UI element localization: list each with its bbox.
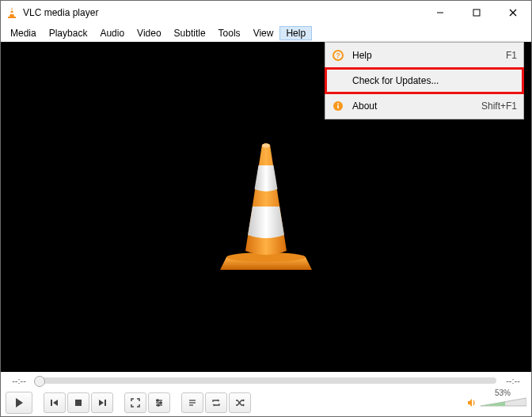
svg-rect-1 (11, 9, 13, 11)
control-bar: 53% (1, 389, 531, 416)
time-elapsed[interactable]: --:-- (7, 376, 31, 385)
menu-playback[interactable]: Playback (43, 26, 94, 40)
svg-rect-16 (104, 400, 106, 406)
next-button[interactable] (91, 392, 113, 413)
menu-video[interactable]: Video (131, 26, 167, 40)
minimize-button[interactable] (422, 1, 458, 25)
svg-rect-2 (10, 13, 14, 14)
speaker-icon[interactable] (466, 397, 477, 408)
svg-point-20 (157, 400, 158, 401)
view-group (124, 392, 170, 413)
extended-settings-button[interactable] (148, 392, 170, 413)
stop-button[interactable] (67, 392, 89, 413)
vlc-logo-icon (6, 6, 18, 19)
svg-rect-10 (337, 105, 339, 108)
seek-slider[interactable] (36, 377, 496, 384)
window-title: VLC media player (23, 7, 422, 18)
help-menu-item-about[interactable]: About Shift+F1 (325, 93, 523, 119)
svg-point-21 (160, 402, 162, 404)
seek-row: --:-- --:-- (1, 372, 531, 389)
playlist-button[interactable] (181, 392, 203, 413)
svg-rect-0 (8, 17, 16, 18)
menu-view[interactable]: View (247, 26, 280, 40)
menu-media[interactable]: Media (4, 26, 43, 40)
time-total[interactable]: --:-- (501, 376, 525, 385)
maximize-button[interactable] (458, 1, 495, 25)
menu-bar: Media Playback Audio Video Subtitle Tool… (1, 25, 531, 42)
help-menu-label: Help (352, 50, 506, 61)
svg-rect-15 (75, 400, 82, 406)
vlc-cone-icon (218, 140, 314, 275)
menu-subtitle[interactable]: Subtitle (168, 26, 212, 40)
help-circle-icon: ? (332, 49, 344, 62)
close-button[interactable] (495, 1, 531, 25)
svg-rect-11 (337, 104, 339, 105)
svg-rect-14 (51, 400, 52, 406)
help-menu-label: Check for Updates... (352, 75, 517, 86)
volume-slider[interactable] (481, 396, 526, 409)
blank-icon (332, 74, 344, 87)
app-window: VLC media player Media Playback Audio Vi… (0, 0, 532, 417)
info-circle-icon (332, 100, 344, 112)
help-menu-dropdown: ? Help F1 Check for Updates... About Shi… (325, 42, 524, 119)
skip-group (44, 392, 113, 413)
menu-audio[interactable]: Audio (93, 26, 131, 40)
previous-button[interactable] (44, 392, 66, 413)
title-bar: VLC media player (1, 1, 531, 25)
fullscreen-button[interactable] (124, 392, 146, 413)
play-button[interactable] (6, 392, 32, 414)
help-menu-label: About (352, 100, 481, 112)
loop-button[interactable] (205, 392, 227, 413)
help-menu-item-check-updates[interactable]: Check for Updates... (325, 68, 523, 93)
help-menu-shortcut: F1 (506, 50, 517, 61)
svg-text:?: ? (336, 51, 340, 59)
menu-tools[interactable]: Tools (212, 26, 247, 40)
shuffle-button[interactable] (229, 392, 251, 413)
volume-control: 53% (466, 396, 526, 409)
svg-rect-4 (473, 9, 480, 16)
svg-point-13 (262, 143, 270, 147)
menu-help[interactable]: Help (279, 26, 312, 40)
svg-point-22 (158, 404, 159, 406)
help-menu-item-help[interactable]: ? Help F1 (325, 43, 523, 68)
help-menu-shortcut: Shift+F1 (481, 100, 517, 112)
playlist-group (181, 392, 251, 413)
